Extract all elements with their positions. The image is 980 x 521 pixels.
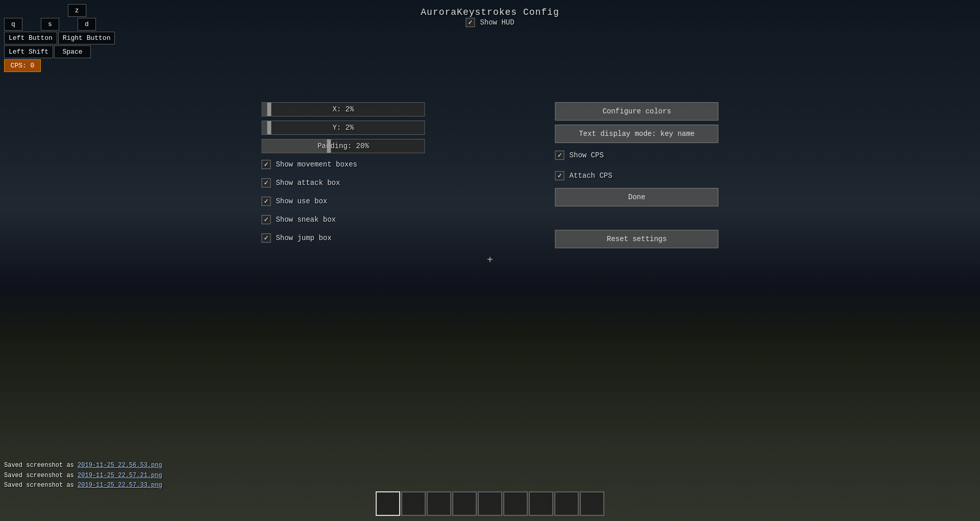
show-hud-label: Show HUD (480, 18, 514, 27)
log-link-3[interactable]: 2019-11-25_22.57.33.png (78, 482, 162, 489)
show-cps-row[interactable]: Show CPS (555, 147, 719, 163)
show-use-box-row[interactable]: Show use box (261, 194, 425, 208)
ks-row-shift-space: Left Shift Space (4, 45, 115, 58)
attach-cps-row[interactable]: Attach CPS (555, 168, 719, 184)
show-attack-box-label: Show attack box (276, 179, 340, 187)
show-jump-box-row[interactable]: Show jump box (261, 231, 425, 245)
show-hud-row[interactable]: Show HUD (465, 15, 514, 30)
key-cps: CPS: 0 (4, 59, 41, 72)
hotbar-slot-5[interactable] (503, 491, 528, 516)
key-left-button: Left Button (4, 32, 57, 44)
hotbar-slot-6[interactable] (529, 491, 553, 516)
key-right-button: Right Button (58, 32, 115, 44)
show-sneak-box-checkbox[interactable] (261, 215, 271, 224)
ks-row-cps: CPS: 0 (4, 59, 115, 72)
hotbar-slot-2[interactable] (427, 491, 451, 516)
log-prefix-1: Saved screenshot as (4, 462, 78, 469)
attach-cps-label: Attach CPS (570, 172, 612, 180)
log-panel: Saved screenshot as 2019-11-25_22.56.53.… (4, 461, 162, 490)
right-column: Configure colors Text display mode: key … (555, 102, 719, 248)
show-attack-box-checkbox[interactable] (261, 178, 271, 187)
show-movement-boxes-label: Show movement boxes (276, 160, 357, 169)
hotbar-slot-1[interactable] (401, 491, 426, 516)
show-sneak-box-row[interactable]: Show sneak box (261, 212, 425, 227)
key-space: Space (54, 45, 91, 58)
keystrokes-overlay: z q s d Left Button Right Button Left Sh… (4, 4, 115, 72)
crosshair: + (487, 255, 493, 266)
show-movement-boxes-checkbox[interactable] (261, 160, 271, 169)
ks-row-buttons: Left Button Right Button (4, 32, 115, 44)
key-s: s (41, 18, 59, 31)
center-column: Show HUD (465, 15, 514, 30)
log-prefix-3: Saved screenshot as (4, 482, 78, 489)
log-line-2: Saved screenshot as 2019-11-25_22.57.21.… (4, 471, 162, 481)
show-jump-box-checkbox[interactable] (261, 233, 271, 243)
done-button[interactable]: Done (555, 188, 719, 206)
hotbar-slot-8[interactable] (580, 491, 604, 516)
ks-row-qsd: q s d (4, 18, 96, 31)
log-line-3: Saved screenshot as 2019-11-25_22.57.33.… (4, 481, 162, 490)
config-panel: X: 2% Y: 2% Padding: 20% Show movement b… (261, 102, 718, 248)
show-movement-boxes-row[interactable]: Show movement boxes (261, 157, 425, 172)
ks-row-z: z (4, 4, 115, 17)
show-cps-label: Show CPS (570, 151, 604, 159)
log-line-1: Saved screenshot as 2019-11-25_22.56.53.… (4, 461, 162, 470)
show-use-box-checkbox[interactable] (261, 197, 271, 206)
x-slider[interactable]: X: 2% (261, 102, 425, 116)
hotbar-slot-7[interactable] (554, 491, 579, 516)
hotbar-slot-0[interactable] (376, 491, 400, 516)
log-link-1[interactable]: 2019-11-25_22.56.53.png (78, 462, 162, 469)
show-hud-checkbox[interactable] (465, 18, 475, 27)
text-display-mode-button[interactable]: Text display mode: key name (555, 125, 719, 143)
configure-colors-button[interactable]: Configure colors (555, 102, 719, 121)
y-slider-label: Y: 2% (332, 124, 354, 132)
reset-settings-button[interactable]: Reset settings (555, 230, 719, 248)
key-z: z (68, 4, 86, 17)
show-sneak-box-label: Show sneak box (276, 216, 336, 224)
show-jump-box-label: Show jump box (276, 234, 331, 242)
y-slider[interactable]: Y: 2% (261, 121, 425, 135)
key-left-shift: Left Shift (4, 45, 53, 58)
log-link-2[interactable]: 2019-11-25_22.57.21.png (78, 472, 162, 479)
show-cps-checkbox[interactable] (555, 151, 565, 160)
left-column: X: 2% Y: 2% Padding: 20% Show movement b… (261, 102, 425, 245)
key-d: d (78, 18, 96, 31)
attach-cps-checkbox[interactable] (555, 171, 565, 180)
x-slider-label: X: 2% (332, 105, 354, 113)
padding-slider[interactable]: Padding: 20% (261, 139, 425, 153)
key-q: q (4, 18, 22, 31)
show-attack-box-row[interactable]: Show attack box (261, 176, 425, 190)
show-use-box-label: Show use box (276, 197, 327, 205)
log-prefix-2: Saved screenshot as (4, 472, 78, 479)
padding-slider-label: Padding: 20% (317, 142, 369, 150)
hotbar (376, 491, 604, 516)
hotbar-slot-3[interactable] (452, 491, 477, 516)
hotbar-slot-4[interactable] (478, 491, 502, 516)
